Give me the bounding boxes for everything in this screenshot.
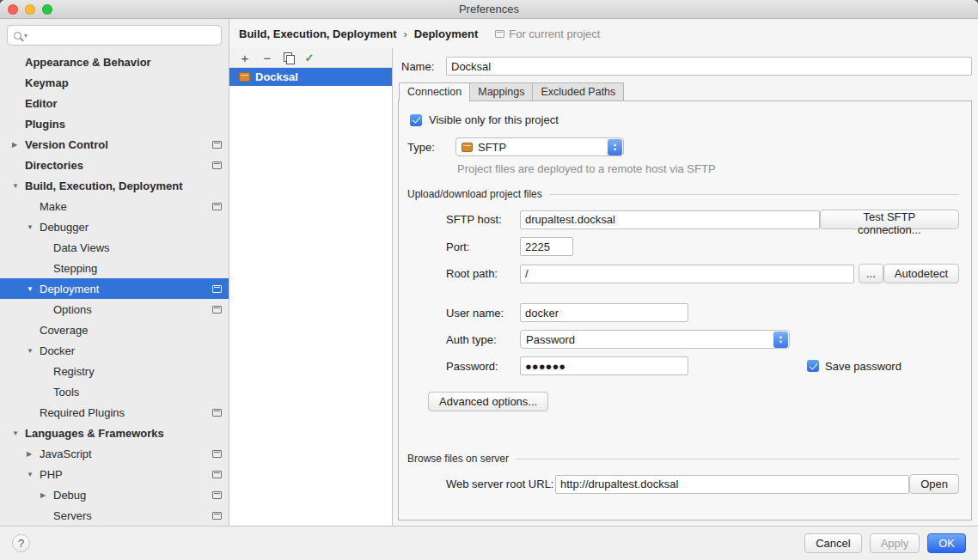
autodetect-button[interactable]: Autodetect xyxy=(883,264,959,283)
sidebar-item-options[interactable]: Options xyxy=(0,299,229,320)
type-select[interactable]: SFTP ▲▼ xyxy=(455,137,624,156)
sidebar-item-docker[interactable]: Docker xyxy=(0,340,229,361)
stepper-icon: ▲▼ xyxy=(773,332,788,348)
auth-type-label: Auth type: xyxy=(446,333,520,346)
save-password-label: Save password xyxy=(825,360,902,373)
titlebar: Preferences xyxy=(0,0,978,19)
web-root-url-input[interactable] xyxy=(555,475,909,494)
sidebar-item-required-plugins[interactable]: Required Plugins xyxy=(0,402,229,423)
sidebar-item-languages-frameworks[interactable]: Languages & Frameworks xyxy=(0,423,229,443)
chevron-right-icon[interactable] xyxy=(40,491,53,499)
browse-section-title: Browse files on server xyxy=(407,453,509,465)
sidebar-item-version-control[interactable]: Version Control xyxy=(0,134,229,155)
port-label: Port: xyxy=(446,240,520,253)
preferences-window: Preferences ▾ Appearance & Behavior Keym… xyxy=(0,0,978,560)
sidebar-item-appearance-behavior[interactable]: Appearance & Behavior xyxy=(0,52,229,72)
port-input[interactable] xyxy=(520,237,573,256)
server-list-item[interactable]: Docksal xyxy=(229,68,392,86)
current-project-icon xyxy=(212,471,222,478)
user-name-input[interactable] xyxy=(520,303,688,322)
browse-root-path-button[interactable]: ... xyxy=(859,264,883,283)
sidebar-item-editor[interactable]: Editor xyxy=(0,93,229,113)
breadcrumb-part1: Build, Execution, Deployment xyxy=(239,27,396,40)
for-current-project-icon xyxy=(495,30,504,38)
type-help-text: Project files are deployed to a remote h… xyxy=(457,162,959,175)
visible-only-label: Visible only for this project xyxy=(429,113,559,126)
chevron-down-icon[interactable] xyxy=(27,347,40,355)
auth-type-select[interactable]: Password ▲▼ xyxy=(520,330,790,349)
current-project-icon xyxy=(212,203,222,210)
search-input[interactable]: ▾ xyxy=(7,25,222,46)
sidebar-item-servers[interactable]: Servers xyxy=(0,505,229,526)
chevron-right-icon[interactable] xyxy=(12,141,25,149)
traffic-lights xyxy=(8,4,52,15)
breadcrumb: Build, Execution, Deployment › Deploymen… xyxy=(229,19,978,48)
test-sftp-connection-button[interactable]: Test SFTP connection... xyxy=(820,210,959,229)
tab-connection[interactable]: Connection xyxy=(399,82,469,101)
settings-tree: Appearance & Behavior Keymap Editor Plug… xyxy=(0,50,229,526)
web-root-url-label: Web server root URL: xyxy=(446,478,555,490)
sidebar-item-stepping[interactable]: Stepping xyxy=(0,258,229,278)
sidebar-item-build-execution-deployment[interactable]: Build, Execution, Deployment xyxy=(0,175,229,196)
tab-excluded-paths[interactable]: Excluded Paths xyxy=(532,82,624,101)
upload-section-title: Upload/download project files xyxy=(407,188,542,200)
copy-server-icon[interactable] xyxy=(284,52,293,64)
cancel-button[interactable]: Cancel xyxy=(804,533,861,553)
sidebar-item-debugger[interactable]: Debugger xyxy=(0,216,229,237)
chevron-down-icon[interactable] xyxy=(12,182,25,190)
remove-server-icon[interactable]: − xyxy=(261,52,273,64)
sftp-host-input[interactable] xyxy=(520,210,820,229)
name-input[interactable] xyxy=(446,57,972,76)
server-name: Docksal xyxy=(255,70,298,83)
ok-button[interactable]: OK xyxy=(927,533,966,553)
sidebar-item-plugins[interactable]: Plugins xyxy=(0,113,229,134)
chevron-down-icon[interactable] xyxy=(27,471,40,478)
chevron-down-icon[interactable] xyxy=(27,285,40,293)
sidebar-item-data-views[interactable]: Data Views xyxy=(0,237,229,258)
sidebar-item-javascript[interactable]: JavaScript xyxy=(0,443,229,464)
section-divider xyxy=(516,459,959,460)
visible-only-checkbox[interactable] xyxy=(410,114,422,126)
breadcrumb-separator-icon: › xyxy=(401,27,408,40)
for-current-project-label: For current project xyxy=(509,27,600,40)
sidebar-item-tools[interactable]: Tools xyxy=(0,381,229,402)
open-button[interactable]: Open xyxy=(909,474,959,494)
section-divider xyxy=(549,194,959,195)
type-value: SFTP xyxy=(478,141,506,154)
sidebar-item-directories[interactable]: Directories xyxy=(0,155,229,175)
apply-button[interactable]: Apply xyxy=(870,533,920,553)
sidebar-item-make[interactable]: Make xyxy=(0,196,229,216)
stepper-icon: ▲▼ xyxy=(608,139,622,155)
sidebar-item-keymap[interactable]: Keymap xyxy=(0,72,229,93)
chevron-down-icon[interactable] xyxy=(12,429,25,437)
current-project-icon xyxy=(212,491,222,499)
current-project-icon xyxy=(212,141,222,149)
add-server-icon[interactable]: + xyxy=(239,52,251,64)
root-path-input[interactable] xyxy=(520,265,854,283)
current-project-icon xyxy=(212,161,222,169)
server-list-toolbar: + − ✓ xyxy=(229,48,392,68)
breadcrumb-part2: Deployment xyxy=(414,27,478,40)
advanced-options-button[interactable]: Advanced options... xyxy=(428,392,548,411)
password-input[interactable] xyxy=(520,356,688,375)
deployment-server-list: + − ✓ Docksal xyxy=(229,48,393,526)
sidebar-item-deployment[interactable]: Deployment xyxy=(0,278,229,299)
sidebar-item-debug[interactable]: Debug xyxy=(0,484,229,505)
sidebar-item-registry[interactable]: Registry xyxy=(0,361,229,381)
deployment-config-form: Name: Connection Mappings Excluded Paths… xyxy=(393,48,978,526)
chevron-right-icon[interactable] xyxy=(27,450,40,458)
user-name-label: User name: xyxy=(446,307,520,320)
current-project-icon xyxy=(212,409,222,417)
tab-mappings[interactable]: Mappings xyxy=(469,82,532,101)
current-project-icon xyxy=(212,306,222,313)
sidebar-item-coverage[interactable]: Coverage xyxy=(0,320,229,340)
sidebar-item-php[interactable]: PHP xyxy=(0,464,229,484)
close-window-icon[interactable] xyxy=(8,4,18,15)
save-password-checkbox[interactable] xyxy=(807,360,819,372)
use-as-default-icon[interactable]: ✓ xyxy=(303,52,315,64)
help-button[interactable]: ? xyxy=(12,534,30,552)
minimize-window-icon[interactable] xyxy=(25,4,35,15)
chevron-down-icon[interactable] xyxy=(27,223,40,231)
config-tabs: Connection Mappings Excluded Paths xyxy=(399,82,972,101)
zoom-window-icon[interactable] xyxy=(42,4,52,15)
